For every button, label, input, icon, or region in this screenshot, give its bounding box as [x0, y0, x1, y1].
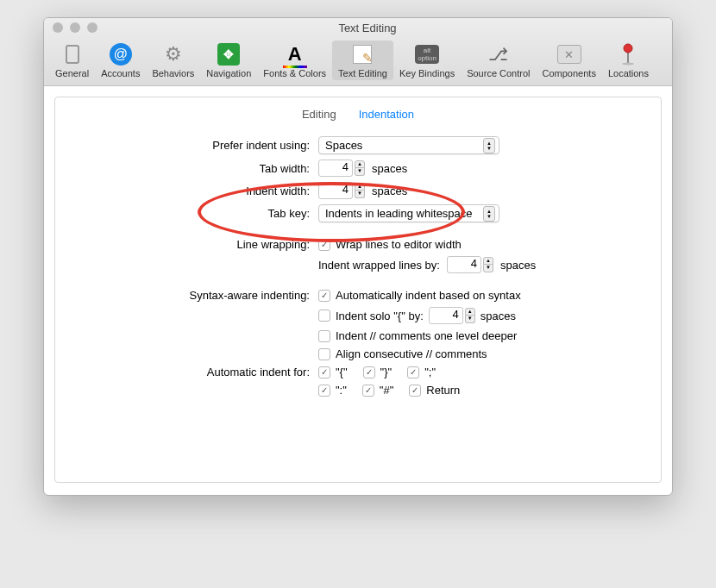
select-value: Spaces	[325, 139, 362, 152]
sub-tabs: Editing Indentation	[55, 108, 661, 122]
solo-brace-stepper[interactable]: ▲▼	[465, 308, 475, 323]
indent-wrapped-stepper[interactable]: ▲▼	[483, 257, 493, 272]
indent-width-input[interactable]: 4	[318, 182, 353, 199]
autoindent-item: ":"	[336, 384, 347, 397]
solo-brace-text: Indent solo "{" by:	[336, 310, 424, 322]
toolbar-item-source-control[interactable]: ⎇ Source Control	[461, 41, 536, 80]
titlebar: Text Editing General @ Accounts ⚙ Behavi…	[44, 18, 672, 86]
wrap-lines-text: Wrap lines to editor width	[336, 238, 462, 251]
toolbar-label: Text Editing	[338, 68, 387, 78]
fonts-colors-icon: A	[283, 42, 307, 66]
tab-editing[interactable]: Editing	[302, 108, 336, 122]
autoindent-item: Return	[426, 384, 460, 397]
indent-width-stepper[interactable]: ▲▼	[355, 183, 365, 198]
indent-width-unit: spaces	[372, 185, 407, 197]
solo-brace-unit: spaces	[480, 310, 516, 322]
syntax-label: Syntax-aware indenting:	[72, 289, 318, 302]
toolbar-item-fonts-colors[interactable]: A Fonts & Colors	[257, 41, 332, 80]
toolbar-label: Source Control	[467, 68, 530, 78]
autoindent-item: "{"	[336, 366, 348, 378]
align-comments-checkbox[interactable]	[318, 348, 330, 360]
comments-deeper-text: Indent // comments one level deeper	[336, 329, 517, 342]
indentation-form: Prefer indent using: Spaces ▲▼ Tab width…	[55, 136, 661, 397]
close-icon[interactable]	[53, 22, 63, 33]
tab-width-unit: spaces	[372, 162, 407, 175]
tab-width-stepper[interactable]: ▲▼	[355, 160, 365, 176]
autoindent-item: ";"	[424, 366, 436, 378]
auto-indent-for-label: Automatic indent for:	[72, 366, 318, 378]
zoom-icon[interactable]	[87, 22, 97, 33]
general-icon	[60, 42, 85, 66]
toolbar-label: Fonts & Colors	[263, 68, 326, 78]
window-title: Text Editing	[97, 22, 637, 34]
svg-point-2	[622, 63, 634, 66]
preferences-toolbar: General @ Accounts ⚙ Behaviors ✥ Navigat…	[44, 37, 672, 85]
text-editing-icon	[350, 42, 374, 66]
toolbar-label: Locations	[608, 68, 649, 78]
toolbar-label: Key Bindings	[399, 68, 455, 78]
toolbar-item-locations[interactable]: Locations	[602, 41, 655, 80]
toolbar-item-navigation[interactable]: ✥ Navigation	[200, 41, 257, 80]
behaviors-icon: ⚙	[161, 42, 185, 66]
autoindent-lbrace-checkbox[interactable]	[318, 366, 330, 378]
select-arrows-icon: ▲▼	[483, 206, 495, 222]
toolbar-item-text-editing[interactable]: Text Editing	[332, 41, 393, 80]
autoindent-hash-checkbox[interactable]	[362, 385, 374, 397]
autoindent-rbrace-checkbox[interactable]	[363, 366, 375, 378]
select-arrows-icon: ▲▼	[483, 138, 495, 153]
toolbar-label: Accounts	[101, 68, 140, 78]
align-comments-text: Align consecutive // comments	[336, 347, 487, 360]
toolbar-item-accounts[interactable]: @ Accounts	[95, 41, 146, 80]
toolbar-label: General	[55, 68, 89, 78]
locations-icon	[616, 42, 640, 66]
indent-wrapped-label: Indent wrapped lines by:	[318, 259, 440, 272]
preferences-window: Text Editing General @ Accounts ⚙ Behavi…	[43, 17, 673, 496]
indent-wrapped-input[interactable]: 4	[447, 256, 481, 273]
prefer-indent-label: Prefer indent using:	[72, 139, 318, 152]
minimize-icon[interactable]	[70, 22, 80, 33]
line-wrap-label: Line wrapping:	[72, 238, 318, 251]
autoindent-item: "}"	[380, 366, 393, 378]
prefer-indent-select[interactable]: Spaces ▲▼	[318, 136, 499, 154]
accounts-icon: @	[109, 42, 133, 66]
tab-indentation[interactable]: Indentation	[359, 108, 414, 122]
autoindent-colon-checkbox[interactable]	[318, 385, 330, 397]
key-bindings-icon: altoption	[415, 42, 439, 66]
auto-indent-text: Automatically indent based on syntax	[336, 289, 521, 302]
autoindent-semicolon-checkbox[interactable]	[407, 366, 419, 378]
select-value: Indents in leading whitespace	[325, 207, 473, 220]
auto-indent-checkbox[interactable]	[318, 290, 330, 302]
svg-point-1	[624, 44, 632, 53]
solo-brace-checkbox[interactable]	[318, 310, 330, 322]
toolbar-item-key-bindings[interactable]: altoption Key Bindings	[393, 41, 461, 80]
toolbar-item-behaviors[interactable]: ⚙ Behaviors	[146, 41, 200, 80]
content-panel: Editing Indentation Prefer indent using:…	[54, 97, 662, 483]
indent-wrapped-unit: spaces	[500, 259, 536, 272]
window-controls[interactable]	[53, 22, 97, 33]
navigation-icon: ✥	[217, 42, 241, 66]
tab-key-label: Tab key:	[72, 207, 318, 220]
toolbar-item-components[interactable]: Components	[537, 41, 602, 80]
toolbar-item-general[interactable]: General	[49, 41, 95, 80]
wrap-lines-checkbox[interactable]	[318, 239, 330, 251]
comments-deeper-checkbox[interactable]	[318, 330, 330, 342]
indent-width-label: Indent width:	[72, 185, 318, 197]
source-control-icon: ⎇	[487, 42, 511, 66]
components-icon	[557, 42, 581, 66]
autoindent-item: "#"	[380, 384, 393, 397]
toolbar-label: Navigation	[206, 68, 251, 78]
autoindent-return-checkbox[interactable]	[409, 385, 421, 397]
toolbar-label: Behaviors	[152, 68, 194, 78]
solo-brace-input[interactable]: 4	[429, 307, 463, 324]
toolbar-label: Components	[543, 68, 596, 78]
tab-key-select[interactable]: Indents in leading whitespace ▲▼	[318, 204, 499, 222]
tab-width-label: Tab width:	[72, 162, 318, 175]
tab-width-input[interactable]: 4	[318, 160, 353, 177]
